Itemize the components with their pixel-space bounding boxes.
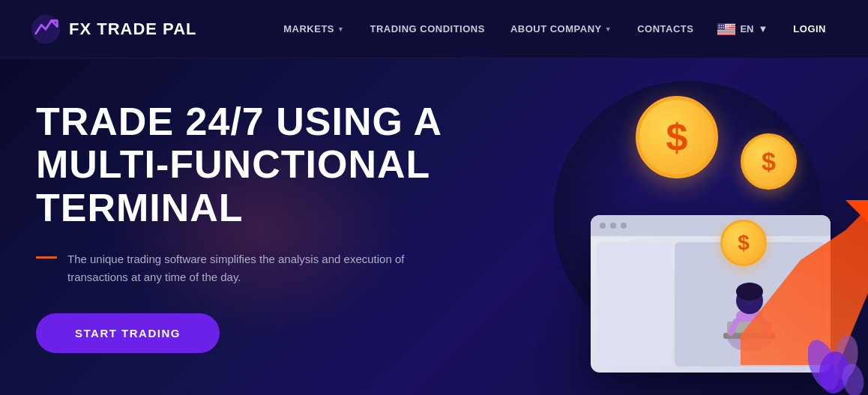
hero-subtitle-area: The unique trading software simplifies t… <box>36 250 426 286</box>
nav-item-markets[interactable]: MARKETS ▼ <box>273 17 355 40</box>
chevron-down-icon-2: ▼ <box>605 25 612 33</box>
plant-decoration <box>808 305 868 395</box>
subtitle-accent-line <box>36 256 57 259</box>
svg-rect-7 <box>717 33 735 34</box>
nav-item-contacts[interactable]: CONTACTS <box>627 17 704 40</box>
chevron-down-icon: ▼ <box>337 25 344 33</box>
hero-subtitle-text: The unique trading software simplifies t… <box>67 250 426 286</box>
flag-icon: ★★★★★★ ★★★★★ <box>717 23 735 35</box>
nav-item-trading-conditions[interactable]: TRADING CONDITIONS <box>359 17 495 40</box>
hero-section: TRADE 24/7 USING A MULTI-FUNCTIONAL TERM… <box>0 58 868 395</box>
nav-links: MARKETS ▼ TRADING CONDITIONS ABOUT COMPA… <box>273 17 838 40</box>
coin-large: $ <box>636 96 718 178</box>
svg-text:★★★★★: ★★★★★ <box>718 26 729 29</box>
logo-area[interactable]: FX TRADE PAL <box>30 13 196 45</box>
hero-title: TRADE 24/7 USING A MULTI-FUNCTIONAL TERM… <box>36 100 465 229</box>
coin-medium: $ <box>741 133 797 190</box>
start-trading-button[interactable]: START TRADING <box>36 313 220 353</box>
svg-rect-5 <box>717 29 735 30</box>
hero-content: TRADE 24/7 USING A MULTI-FUNCTIONAL TERM… <box>0 100 465 353</box>
lang-code: EN <box>740 23 753 34</box>
logo-icon <box>30 13 61 45</box>
window-dot-3 <box>621 223 627 229</box>
brand-name: FX TRADE PAL <box>69 19 196 39</box>
language-selector[interactable]: ★★★★★★ ★★★★★ EN ▼ <box>708 19 777 40</box>
nav-item-about-company[interactable]: ABOUT COMPANY ▼ <box>500 17 622 40</box>
svg-rect-6 <box>717 31 735 32</box>
navbar: FX TRADE PAL MARKETS ▼ TRADING CONDITION… <box>0 0 868 58</box>
login-button[interactable]: LOGIN <box>781 17 838 40</box>
coin-small: $ <box>720 220 767 266</box>
window-col-1 <box>597 242 672 367</box>
hero-illustration: $ $ $ <box>478 58 868 395</box>
window-dot-2 <box>610 223 616 229</box>
lang-chevron-icon: ▼ <box>758 23 768 34</box>
window-dot-1 <box>600 223 606 229</box>
